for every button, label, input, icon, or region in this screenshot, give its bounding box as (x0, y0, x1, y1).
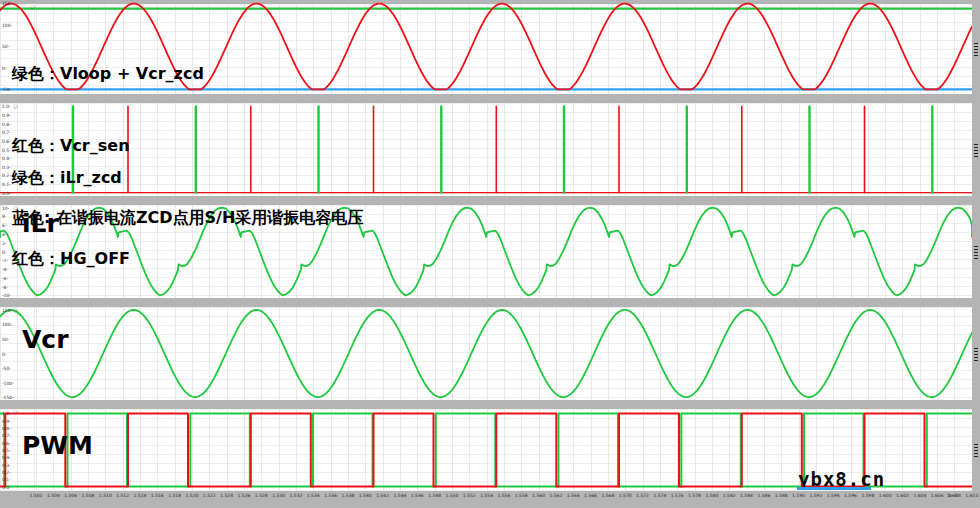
right-axis-mark (974, 354, 978, 355)
x-tick-label: 1.590 (792, 493, 805, 498)
right-axis-mark (974, 144, 978, 145)
right-axis-mark (974, 147, 978, 148)
x-tick-label: 1.568 (601, 493, 614, 498)
y-tick-label: 0.4- (2, 455, 11, 460)
x-tick-label: 1.594 (827, 493, 840, 498)
x-tick-label: 1.504 (47, 493, 60, 498)
y-tick-label: 0.8- (2, 426, 11, 431)
x-tick-label: 1.544 (393, 493, 406, 498)
y-tick-label: 0.1- (2, 181, 11, 186)
right-axis-mark (974, 348, 978, 349)
y-tick-label: 8- (2, 214, 7, 219)
x-tick-label: 1.600 (879, 493, 892, 498)
x-tick-label: 1.542 (376, 493, 389, 498)
right-axis-mark (974, 150, 978, 151)
x-tick-label: 1.508 (82, 493, 95, 498)
x-tick-label: 1.526 (238, 493, 251, 498)
y-tick-label: 0.7- (2, 130, 11, 135)
right-axis-mark (974, 249, 978, 250)
y-tick-label: 0.2- (2, 173, 11, 178)
y-tick-label: 150- (2, 307, 12, 312)
y-tick-label: 0.3- (2, 462, 11, 467)
y-tick-label: 0- (2, 249, 7, 254)
x-tick-label: 1.514 (134, 493, 147, 498)
x-tick-label: 1.592 (809, 493, 822, 498)
y-tick-label: 0.5- (2, 147, 11, 152)
x-tick-label: 1.552 (463, 493, 476, 498)
y-tick-label: 2- (2, 240, 7, 245)
watermark-underline (797, 487, 871, 490)
y-tick-label: -50- (2, 366, 11, 371)
right-axis-mark (974, 456, 978, 457)
right-axis-mark (974, 258, 978, 259)
x-tick-label: 1.512 (116, 493, 129, 498)
label-ilr: iLr (22, 210, 59, 238)
x-tick-label: 1.548 (428, 493, 441, 498)
right-axis-mark (974, 246, 978, 247)
y-tick-label: 0.0- (2, 190, 11, 195)
x-tick-label: 1.564 (567, 493, 580, 498)
y-tick-label: 0.9- (2, 418, 11, 423)
x-tick-label: 1.540 (359, 493, 372, 498)
y-tick-label: -10- (2, 293, 11, 298)
x-tick-label: 1.588 (775, 493, 788, 498)
right-axis-mark (974, 360, 978, 361)
x-tick-label: 1.572 (636, 493, 649, 498)
label-pwm: PWM (22, 432, 93, 460)
x-tick-label: 1.520 (186, 493, 199, 498)
x-tick-label: 1.586 (757, 493, 770, 498)
right-axis-mark (974, 444, 978, 445)
right-axis-mark (974, 351, 978, 352)
x-tick-label: 1.576 (671, 493, 684, 498)
x-tick-label: 1.528 (255, 493, 268, 498)
y-tick-label: 100- (2, 322, 12, 327)
right-axis-mark (974, 450, 978, 451)
x-tick-label: 1.518 (168, 493, 181, 498)
y-tick-label: -4- (2, 267, 8, 272)
right-axis-mark (974, 357, 978, 358)
x-axis-multiplier: 1e-3 (947, 493, 957, 498)
y-tick-label: 0.7- (2, 433, 11, 438)
y-tick-label: 0.6- (2, 440, 11, 445)
right-axis-mark (974, 55, 978, 56)
x-tick-label: 1.610 (965, 493, 978, 498)
x-tick-label: 1.602 (896, 493, 909, 498)
x-tick-label: 1.510 (99, 493, 112, 498)
right-axis-mark (974, 453, 978, 454)
label-vcr: Vcr (22, 326, 69, 354)
right-axis-mark (974, 252, 978, 253)
x-tick-label: 1.582 (723, 493, 736, 498)
y-tick-label: 0.9- (2, 113, 11, 118)
y-tick-label: 0.5- (2, 448, 11, 453)
right-axis-mark (974, 255, 978, 256)
y-tick-label: -6- (2, 275, 8, 280)
x-tick-label: 1.578 (688, 493, 701, 498)
x-tick-label: 1.546 (411, 493, 424, 498)
x-tick-label: 1.506 (64, 493, 77, 498)
legend-vloop-vcr-zcd: 绿色：Vloop + Vcr_zcd (12, 62, 363, 86)
right-axis-mark (974, 46, 978, 47)
y-tick-label: 0- (2, 65, 7, 70)
y-tick-label: 100- (2, 22, 12, 27)
y-tick-label: 150- (2, 1, 12, 6)
x-tick-label: 1.606 (931, 493, 944, 498)
cursor-marker-icon[interactable]: ◇ (13, 408, 18, 415)
y-tick-label: 0.3- (2, 164, 11, 169)
right-axis-strip (972, 0, 980, 508)
x-tick-label: 1.524 (220, 493, 233, 498)
y-tick-label: 0.2- (2, 469, 11, 474)
right-axis-mark (974, 156, 978, 157)
x-tick-label: 1.596 (844, 493, 857, 498)
y-tick-label: 0.4- (2, 156, 11, 161)
y-tick-label: 4- (2, 231, 7, 236)
y-tick-label: 0.0- (2, 484, 11, 489)
separator-bar (0, 0, 980, 4)
x-tick-label: 1.502 (30, 493, 43, 498)
cursor-marker-icon[interactable]: ◇ (30, 3, 35, 10)
separator-bar (0, 500, 980, 508)
x-tick-label: 1.516 (151, 493, 164, 498)
y-tick-label: 10- (2, 205, 9, 210)
panel-vcr-plot[interactable] (0, 307, 972, 400)
separator-bar (0, 298, 980, 307)
right-axis-mark (974, 52, 978, 53)
